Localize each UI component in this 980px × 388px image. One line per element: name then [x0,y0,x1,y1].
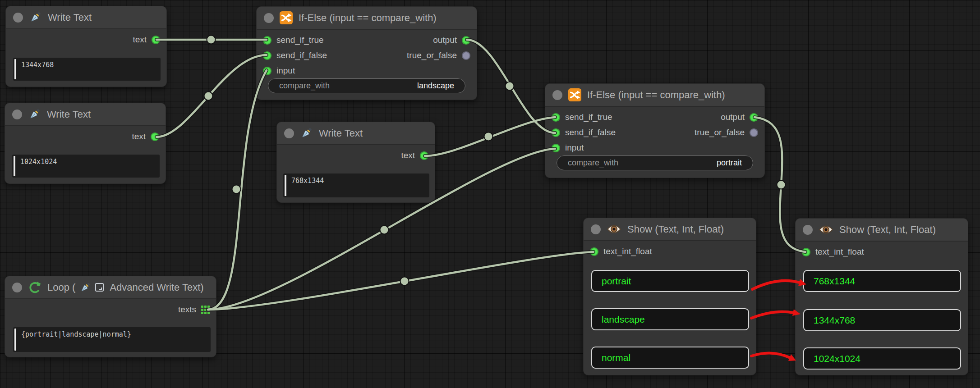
widget-label: compare_with [568,158,618,168]
input-label: text_int_float [603,246,652,256]
collapse-dot[interactable] [284,128,294,138]
link-wire [208,252,594,310]
input-port[interactable] [590,247,598,256]
node-title: If-Else (input == compare_with) [587,89,725,101]
show-value-box: normal [591,347,749,369]
output-port[interactable] [151,132,159,141]
red-arrow [751,353,790,358]
node-header[interactable]: Write Text [277,122,435,145]
recycle-icon [28,281,41,294]
node-loop[interactable]: Loop ( Advanced Write Text) texts {portr… [5,276,216,357]
text-input[interactable]: {portrait|landscape|normal} [13,327,211,352]
show-value-box: 768x1344 [803,270,961,292]
node-write-text-1[interactable]: Write Text text 1344x768 [5,6,167,87]
collapse-dot[interactable] [13,13,23,23]
pen-icon [29,11,42,24]
output-port[interactable] [750,128,758,137]
link-wire [425,117,555,156]
text-caret-bar [14,156,15,176]
text-input[interactable]: 1024x1024 [12,155,160,178]
link-wire [467,40,555,133]
node-if-else-2[interactable]: If-Else (input == compare_with) send_if_… [545,83,765,178]
reroute-dot [207,36,216,44]
compare-with-widget[interactable]: compare_with portrait [557,155,753,170]
input-label: input [276,66,295,76]
node-header[interactable]: Show (Text, Int, Float) [796,219,968,242]
reroute-dot [484,132,493,141]
node-header[interactable]: If-Else (input == compare_with) [257,7,477,30]
output-port[interactable] [462,51,470,60]
node-header[interactable]: Loop ( Advanced Write Text) [5,276,216,299]
collapse-dot[interactable] [264,13,274,23]
node-title: If-Else (input == compare_with) [299,12,437,24]
shuffle-icon [568,88,581,101]
node-editor-canvas[interactable]: Write Text text 1344x768 Write Text text… [0,0,980,388]
input-port[interactable] [802,248,810,256]
input-label: send_if_true [276,35,324,45]
show-value-box: landscape [591,308,749,330]
input-port[interactable] [263,51,271,60]
eye-icon [607,224,621,234]
node-write-text-3[interactable]: Write Text text 768x1344 [276,122,435,203]
reroute-dot [380,226,389,234]
text-input[interactable]: 1344x768 [13,58,161,81]
link-wire [208,70,267,310]
collapse-dot[interactable] [552,90,562,100]
output-label: texts [178,305,196,315]
node-if-else-1[interactable]: If-Else (input == compare_with) send_if_… [256,6,477,100]
output-label: text [132,132,146,142]
text-input[interactable]: 768x1344 [283,173,429,197]
widget-value: landscape [417,81,454,91]
eye-icon [819,224,833,235]
collapse-dot[interactable] [12,110,22,119]
text-caret-bar [14,59,16,79]
frame-icon [95,283,104,292]
collapse-dot[interactable] [12,283,22,292]
reroute-dot [400,277,409,286]
pen-icon [79,282,91,293]
collapse-dot[interactable] [803,225,813,235]
node-header[interactable]: If-Else (input == compare_with) [545,84,764,107]
output-label: true_or_false [695,128,745,137]
node-title: Write Text [48,12,92,23]
compare-with-widget[interactable]: compare_with landscape [268,78,465,93]
node-header[interactable]: Write Text [5,103,166,126]
node-title-suffix: Advanced Write Text) [110,282,203,293]
show-value-box: 1024x1024 [803,347,961,370]
output-port[interactable] [750,113,758,122]
input-port[interactable] [552,113,560,122]
node-header[interactable]: Write Text [6,6,166,29]
collapse-dot[interactable] [591,224,601,234]
text-caret-bar [285,175,286,196]
reroute-dot [232,185,241,194]
node-show-2[interactable]: Show (Text, Int, Float) text_int_float 7… [795,218,968,375]
node-write-text-2[interactable]: Write Text text 1024x1024 [5,103,166,184]
output-port[interactable] [420,151,428,160]
output-label: text [401,151,415,160]
show-value-box: portrait [591,270,749,292]
input-port[interactable] [552,144,560,152]
output-label: true_or_false [407,50,457,60]
input-port[interactable] [263,36,271,45]
output-label: output [721,112,745,122]
reroute-dot [204,92,213,100]
node-show-1[interactable]: Show (Text, Int, Float) text_int_float p… [583,218,756,375]
node-title: Write Text [319,128,363,139]
show-value-box: 1344x768 [803,309,961,331]
output-port[interactable] [462,36,470,45]
input-label: input [565,143,584,153]
red-arrow [752,281,800,289]
node-title-prefix: Loop ( [47,282,75,293]
input-port[interactable] [552,128,560,137]
shuffle-icon [280,11,293,24]
output-port[interactable] [152,36,160,44]
input-label: text_int_float [815,247,864,257]
red-arrow [751,312,794,318]
node-title: Write Text [47,109,91,120]
reroute-dot [777,181,786,189]
node-header[interactable]: Show (Text, Int, Float) [584,218,756,241]
link-wire [156,55,267,137]
list-grid-icon[interactable] [201,306,210,314]
input-label: send_if_false [565,128,616,137]
input-port[interactable] [263,67,271,75]
